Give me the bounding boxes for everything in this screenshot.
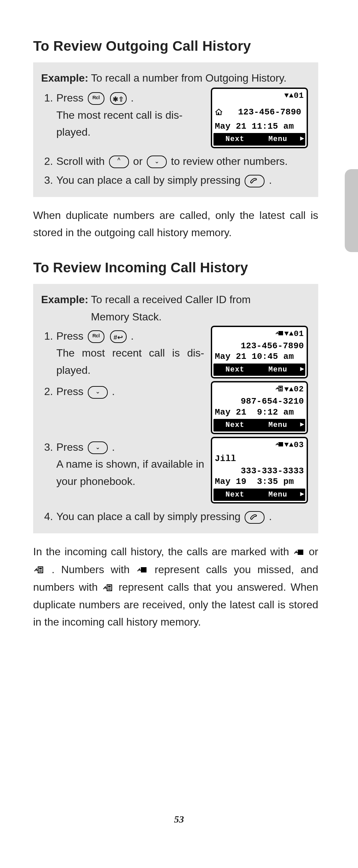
- down-arrow-icon: ▼: [284, 92, 289, 99]
- svg-rect-0: [218, 113, 219, 115]
- step2-text-a: Press: [56, 385, 84, 397]
- star-key-icon: ✱⇧: [110, 92, 127, 105]
- svg-rect-5: [280, 390, 282, 391]
- missed-call-icon: [275, 328, 284, 341]
- after-a: In the incoming call history, the calls …: [33, 546, 289, 558]
- example-text: To recall a number from Outgoing History…: [91, 72, 287, 84]
- answered-call-icon: [34, 561, 44, 579]
- example-label: Example:: [41, 72, 88, 84]
- screen-datetime: May 21 11:15 am: [212, 121, 306, 132]
- softkey-next: Next: [214, 133, 257, 146]
- screen-softkeys: Next Menu ▶: [214, 133, 305, 146]
- answered-call-icon: [103, 580, 113, 597]
- lcd-screen-incoming-2: ▼ ▲ 02 987-654-3210 May 21 9:12 am Next …: [211, 381, 308, 434]
- step-number: 1.: [41, 90, 56, 107]
- screen-softkeys: Next Menu ▶: [214, 364, 305, 376]
- page-content: To Review Outgoing Call History Example:…: [33, 38, 318, 631]
- step3-text-b: A name is shown, if available in your ph…: [56, 458, 204, 487]
- step-number: 3.: [41, 439, 56, 456]
- svg-rect-10: [39, 570, 42, 570]
- svg-rect-6: [279, 442, 283, 446]
- screen-number: 987-654-3210: [212, 396, 306, 407]
- after-b: or: [309, 546, 318, 558]
- example-label: Example:: [41, 293, 88, 306]
- after-c: . Numbers with: [52, 563, 130, 576]
- softkey-menu: Menu: [257, 489, 300, 501]
- right-arrow-icon: ▶: [299, 419, 305, 432]
- softkey-menu: Menu: [257, 133, 300, 146]
- down-arrow-icon: ▼: [284, 386, 289, 393]
- period: .: [112, 441, 115, 453]
- step-number: 1.: [41, 328, 56, 345]
- svg-rect-14: [108, 586, 111, 587]
- step-number: 3.: [41, 172, 56, 189]
- screen-softkeys: Next Menu ▶: [214, 419, 305, 432]
- right-arrow-icon: ▶: [299, 133, 305, 146]
- screen-datetime: May 21 10:45 am: [212, 351, 306, 362]
- after-text-outgoing: When duplicate numbers are called, only …: [33, 207, 318, 242]
- svg-rect-1: [279, 331, 283, 335]
- step3-text-a: You can place a call by simply pressing: [56, 174, 241, 186]
- step1-text-a: Press: [56, 92, 84, 104]
- missed-call-icon: [137, 561, 147, 579]
- screen-name: Jill: [212, 452, 306, 466]
- call-key-icon: [245, 175, 264, 187]
- rcl-key-icon: Rcl: [88, 92, 104, 105]
- softkey-menu: Menu: [257, 419, 300, 432]
- step1-text-b: The most recent call is dis­played.: [56, 347, 204, 376]
- page-number: 53: [0, 814, 358, 825]
- step-number: 2.: [41, 153, 56, 170]
- svg-rect-11: [39, 571, 42, 572]
- screen-softkeys: Next Menu ▶: [214, 489, 305, 501]
- step-number: 2.: [41, 383, 56, 400]
- example-box-incoming: Example: To recall a received Caller ID …: [33, 284, 318, 533]
- down-arrow-icon: ▼: [284, 441, 289, 449]
- svg-rect-15: [108, 588, 111, 588]
- lcd-screen-incoming-3: ▼ ▲ 03 Jill 333-333-3333 May 19 3:35 pm …: [211, 437, 308, 504]
- step2-text-b: or: [133, 155, 142, 167]
- period: .: [269, 174, 272, 186]
- up-arrow-icon: ▲: [289, 386, 294, 393]
- svg-rect-16: [108, 589, 111, 590]
- screen-index: 01: [294, 90, 304, 102]
- step4-text-a: You can place a call by simply pressing: [56, 510, 241, 522]
- up-arrow-icon: ▲: [289, 330, 294, 338]
- period: .: [269, 510, 272, 522]
- heading-incoming: To Review Incoming Call History: [33, 260, 318, 276]
- screen-number: 333-333-3333: [212, 466, 306, 476]
- screen-index: 03: [294, 439, 304, 452]
- down-arrow-icon: ▼: [284, 330, 289, 338]
- example-text-a: To recall a received Caller ID from: [91, 293, 251, 306]
- svg-rect-9: [39, 568, 42, 569]
- period: .: [131, 92, 134, 104]
- softkey-menu: Menu: [257, 364, 300, 376]
- heading-outgoing: To Review Outgoing Call History: [33, 38, 318, 54]
- softkey-next: Next: [214, 364, 257, 376]
- svg-rect-12: [141, 567, 147, 572]
- step2-text-c: to review other numbers.: [171, 155, 288, 167]
- svg-rect-7: [298, 550, 303, 555]
- down-nav-key-icon: [88, 386, 108, 399]
- screen-datetime: May 21 9:12 am: [212, 407, 306, 418]
- missed-call-icon: [275, 439, 284, 452]
- softkey-next: Next: [214, 419, 257, 432]
- screen-index: 02: [294, 383, 304, 396]
- step1-text-b: The most recent call is dis­played.: [56, 109, 183, 138]
- screen-index: 01: [294, 328, 304, 341]
- after-text-incoming: In the incoming call history, the calls …: [33, 543, 318, 631]
- up-arrow-icon: ▲: [289, 441, 294, 449]
- up-arrow-icon: ▲: [289, 92, 294, 99]
- down-nav-key-icon: [88, 441, 108, 454]
- lcd-screen-outgoing: ▼ ▲ 01 123-456-7890: [211, 88, 308, 148]
- home-icon: [215, 104, 223, 121]
- lcd-screen-incoming-1: ▼ ▲ 01 123-456-7890 May 21 10:45 am Next…: [211, 326, 308, 379]
- step-number: 4.: [41, 508, 56, 525]
- example-text-b: Memory Stack.: [91, 311, 161, 323]
- rcl-key-icon: Rcl: [88, 330, 104, 343]
- missed-call-icon: [294, 544, 304, 561]
- call-key-icon: [245, 511, 264, 524]
- period: .: [131, 330, 134, 342]
- screen-datetime: May 19 3:35 pm: [212, 476, 306, 487]
- answered-call-icon: [275, 383, 284, 396]
- step3-text-a: Press: [56, 441, 84, 453]
